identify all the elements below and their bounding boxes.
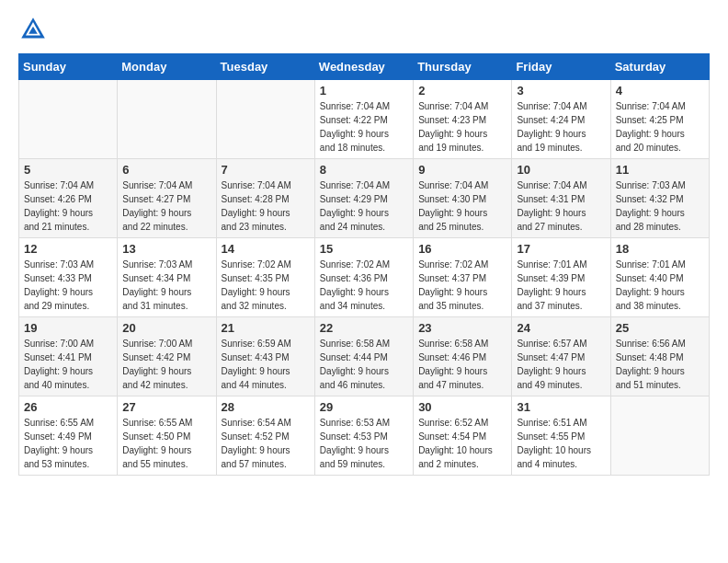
- day-number: 25: [616, 321, 704, 335]
- day-number: 19: [24, 321, 112, 335]
- day-number: 27: [122, 400, 210, 414]
- empty-cell: [19, 80, 118, 159]
- calendar-day-18: 18Sunrise: 7:01 AM Sunset: 4:40 PM Dayli…: [610, 238, 709, 317]
- calendar-day-24: 24Sunrise: 6:57 AM Sunset: 4:47 PM Dayli…: [512, 317, 610, 396]
- day-info: Sunrise: 7:04 AM Sunset: 4:27 PM Dayligh…: [122, 178, 210, 234]
- day-info: Sunrise: 6:54 AM Sunset: 4:52 PM Dayligh…: [222, 416, 310, 471]
- day-info: Sunrise: 6:58 AM Sunset: 4:44 PM Dayligh…: [320, 337, 408, 392]
- calendar-day-6: 6Sunrise: 7:04 AM Sunset: 4:27 PM Daylig…: [118, 159, 216, 238]
- calendar-week-2: 5Sunrise: 7:04 AM Sunset: 4:26 PM Daylig…: [19, 159, 710, 238]
- day-number: 1: [320, 84, 408, 98]
- day-info: Sunrise: 7:04 AM Sunset: 4:29 PM Dayligh…: [320, 178, 408, 234]
- calendar-day-27: 27Sunrise: 6:55 AM Sunset: 4:50 PM Dayli…: [118, 396, 216, 476]
- day-info: Sunrise: 7:03 AM Sunset: 4:34 PM Dayligh…: [122, 258, 210, 313]
- day-info: Sunrise: 7:01 AM Sunset: 4:40 PM Dayligh…: [616, 258, 704, 313]
- day-header-monday: Monday: [118, 54, 216, 80]
- calendar-day-1: 1Sunrise: 7:04 AM Sunset: 4:22 PM Daylig…: [314, 80, 413, 159]
- day-number: 2: [418, 84, 506, 98]
- day-number: 16: [418, 242, 506, 256]
- empty-cell: [610, 396, 709, 476]
- day-info: Sunrise: 7:04 AM Sunset: 4:28 PM Dayligh…: [222, 178, 310, 234]
- day-number: 9: [418, 163, 506, 177]
- calendar-day-17: 17Sunrise: 7:01 AM Sunset: 4:39 PM Dayli…: [512, 238, 610, 317]
- empty-cell: [118, 80, 216, 159]
- calendar-week-5: 26Sunrise: 6:55 AM Sunset: 4:49 PM Dayli…: [19, 396, 710, 476]
- day-info: Sunrise: 7:02 AM Sunset: 4:37 PM Dayligh…: [418, 258, 506, 313]
- calendar-day-30: 30Sunrise: 6:52 AM Sunset: 4:54 PM Dayli…: [414, 396, 512, 476]
- day-info: Sunrise: 7:00 AM Sunset: 4:42 PM Dayligh…: [122, 337, 210, 392]
- day-info: Sunrise: 7:01 AM Sunset: 4:39 PM Dayligh…: [517, 258, 605, 313]
- calendar-day-31: 31Sunrise: 6:51 AM Sunset: 4:55 PM Dayli…: [512, 396, 610, 476]
- day-number: 20: [122, 321, 210, 335]
- calendar-day-26: 26Sunrise: 6:55 AM Sunset: 4:49 PM Dayli…: [19, 396, 118, 476]
- logo: [18, 15, 51, 44]
- calendar-day-10: 10Sunrise: 7:04 AM Sunset: 4:31 PM Dayli…: [512, 159, 610, 238]
- calendar-day-15: 15Sunrise: 7:02 AM Sunset: 4:36 PM Dayli…: [314, 238, 413, 317]
- calendar-day-3: 3Sunrise: 7:04 AM Sunset: 4:24 PM Daylig…: [512, 80, 610, 159]
- day-info: Sunrise: 7:04 AM Sunset: 4:24 PM Dayligh…: [517, 99, 605, 155]
- day-number: 13: [122, 242, 210, 256]
- day-info: Sunrise: 6:52 AM Sunset: 4:54 PM Dayligh…: [418, 416, 506, 471]
- day-number: 5: [24, 163, 112, 177]
- calendar-day-7: 7Sunrise: 7:04 AM Sunset: 4:28 PM Daylig…: [216, 159, 314, 238]
- day-info: Sunrise: 7:04 AM Sunset: 4:22 PM Dayligh…: [320, 99, 408, 155]
- day-number: 7: [222, 163, 310, 177]
- day-number: 11: [616, 163, 704, 177]
- calendar-day-5: 5Sunrise: 7:04 AM Sunset: 4:26 PM Daylig…: [19, 159, 118, 238]
- calendar-day-13: 13Sunrise: 7:03 AM Sunset: 4:34 PM Dayli…: [118, 238, 216, 317]
- calendar-week-1: 1Sunrise: 7:04 AM Sunset: 4:22 PM Daylig…: [19, 80, 710, 159]
- calendar-day-22: 22Sunrise: 6:58 AM Sunset: 4:44 PM Dayli…: [314, 317, 413, 396]
- day-number: 6: [122, 163, 210, 177]
- day-info: Sunrise: 7:02 AM Sunset: 4:36 PM Dayligh…: [320, 258, 408, 313]
- calendar: SundayMondayTuesdayWednesdayThursdayFrid…: [18, 53, 710, 476]
- calendar-day-29: 29Sunrise: 6:53 AM Sunset: 4:53 PM Dayli…: [314, 396, 413, 476]
- day-info: Sunrise: 6:58 AM Sunset: 4:46 PM Dayligh…: [418, 337, 506, 392]
- day-header-sunday: Sunday: [19, 54, 118, 80]
- day-header-thursday: Thursday: [414, 54, 512, 80]
- day-info: Sunrise: 7:02 AM Sunset: 4:35 PM Dayligh…: [222, 258, 310, 313]
- day-number: 12: [24, 242, 112, 256]
- calendar-day-23: 23Sunrise: 6:58 AM Sunset: 4:46 PM Dayli…: [414, 317, 512, 396]
- day-number: 24: [517, 321, 605, 335]
- day-header-wednesday: Wednesday: [314, 54, 413, 80]
- day-header-friday: Friday: [512, 54, 610, 80]
- day-info: Sunrise: 6:51 AM Sunset: 4:55 PM Dayligh…: [517, 416, 605, 471]
- day-header-tuesday: Tuesday: [216, 54, 314, 80]
- day-number: 21: [222, 321, 310, 335]
- day-number: 17: [517, 242, 605, 256]
- day-info: Sunrise: 7:04 AM Sunset: 4:25 PM Dayligh…: [616, 99, 704, 155]
- day-info: Sunrise: 7:04 AM Sunset: 4:26 PM Dayligh…: [24, 178, 112, 234]
- calendar-day-11: 11Sunrise: 7:03 AM Sunset: 4:32 PM Dayli…: [610, 159, 709, 238]
- day-info: Sunrise: 7:04 AM Sunset: 4:30 PM Dayligh…: [418, 178, 506, 234]
- calendar-day-14: 14Sunrise: 7:02 AM Sunset: 4:35 PM Dayli…: [216, 238, 314, 317]
- calendar-week-4: 19Sunrise: 7:00 AM Sunset: 4:41 PM Dayli…: [19, 317, 710, 396]
- day-number: 10: [517, 163, 605, 177]
- day-info: Sunrise: 6:59 AM Sunset: 4:43 PM Dayligh…: [222, 337, 310, 392]
- calendar-day-4: 4Sunrise: 7:04 AM Sunset: 4:25 PM Daylig…: [610, 80, 709, 159]
- day-number: 14: [222, 242, 310, 256]
- page: SundayMondayTuesdayWednesdayThursdayFrid…: [0, 0, 728, 494]
- calendar-day-21: 21Sunrise: 6:59 AM Sunset: 4:43 PM Dayli…: [216, 317, 314, 396]
- calendar-day-12: 12Sunrise: 7:03 AM Sunset: 4:33 PM Dayli…: [19, 238, 118, 317]
- day-number: 30: [418, 400, 506, 414]
- empty-cell: [216, 80, 314, 159]
- day-info: Sunrise: 7:04 AM Sunset: 4:31 PM Dayligh…: [517, 178, 605, 234]
- day-number: 3: [517, 84, 605, 98]
- day-info: Sunrise: 6:57 AM Sunset: 4:47 PM Dayligh…: [517, 337, 605, 392]
- day-number: 26: [24, 400, 112, 414]
- calendar-day-9: 9Sunrise: 7:04 AM Sunset: 4:30 PM Daylig…: [414, 159, 512, 238]
- calendar-day-28: 28Sunrise: 6:54 AM Sunset: 4:52 PM Dayli…: [216, 396, 314, 476]
- calendar-day-19: 19Sunrise: 7:00 AM Sunset: 4:41 PM Dayli…: [19, 317, 118, 396]
- calendar-week-3: 12Sunrise: 7:03 AM Sunset: 4:33 PM Dayli…: [19, 238, 710, 317]
- calendar-day-16: 16Sunrise: 7:02 AM Sunset: 4:37 PM Dayli…: [414, 238, 512, 317]
- calendar-day-20: 20Sunrise: 7:00 AM Sunset: 4:42 PM Dayli…: [118, 317, 216, 396]
- day-info: Sunrise: 6:55 AM Sunset: 4:49 PM Dayligh…: [24, 416, 112, 471]
- day-info: Sunrise: 6:55 AM Sunset: 4:50 PM Dayligh…: [122, 416, 210, 471]
- day-info: Sunrise: 7:00 AM Sunset: 4:41 PM Dayligh…: [24, 337, 112, 392]
- day-info: Sunrise: 7:03 AM Sunset: 4:33 PM Dayligh…: [24, 258, 112, 313]
- calendar-day-25: 25Sunrise: 6:56 AM Sunset: 4:48 PM Dayli…: [610, 317, 709, 396]
- day-number: 22: [320, 321, 408, 335]
- header: [18, 15, 710, 44]
- day-number: 31: [517, 400, 605, 414]
- calendar-header-row: SundayMondayTuesdayWednesdayThursdayFrid…: [19, 54, 710, 80]
